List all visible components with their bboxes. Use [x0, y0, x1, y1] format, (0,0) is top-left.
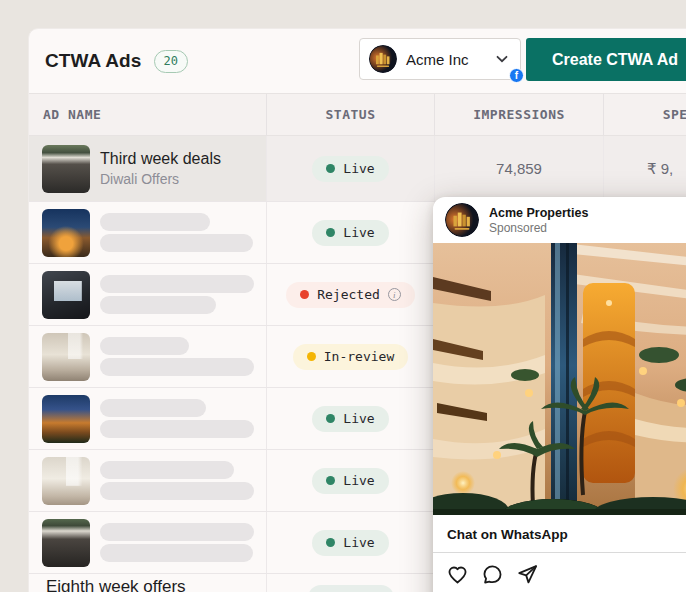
skeleton-bar [100, 544, 253, 562]
status-dot-icon [307, 352, 316, 361]
advertiser-avatar [445, 203, 479, 237]
ads-count-badge: 20 [154, 50, 188, 73]
create-ctwa-ad-button[interactable]: Create CTWA Ad [526, 38, 686, 81]
ad-thumbnail [42, 457, 90, 505]
ad-name-cell: Third week dealsDiwali Offers [29, 136, 266, 201]
column-header-ad-name: AD NAME [29, 94, 266, 135]
impressions-cell: 74,859 [434, 136, 603, 201]
ad-name-block [100, 523, 254, 562]
spend-cell: ₹ 9, [603, 136, 686, 201]
status-label: Live [343, 411, 374, 426]
skeleton-bar [100, 523, 254, 541]
ad-thumbnail [42, 271, 90, 319]
status-dot-icon [326, 538, 335, 547]
table-row[interactable]: Third week dealsDiwali OffersLive74,859₹… [29, 136, 686, 202]
status-cell: Live [266, 202, 434, 263]
status-label: Rejected [317, 287, 380, 302]
advertiser-name: Acme Properties [489, 206, 588, 220]
ad-name-cell [29, 264, 266, 325]
status-dot-icon [300, 290, 309, 299]
skeleton-bar [100, 296, 216, 314]
ad-name-block [100, 337, 254, 376]
status-dot-icon [326, 228, 335, 237]
preview-header: Acme Properties Sponsored [433, 197, 686, 243]
skeleton-bar [100, 213, 210, 231]
like-heart-icon[interactable] [446, 563, 469, 586]
skeleton-bar [100, 482, 254, 500]
ad-name: Third week deals [100, 150, 221, 168]
status-cell: Live [266, 450, 434, 511]
status-cell: Rejectedi [266, 264, 434, 325]
panel-header: CTWA Ads 20 [29, 29, 686, 93]
ad-name-cell: Eighth week offers [29, 574, 266, 592]
status-badge: Live [312, 156, 388, 182]
status-cell: Live [266, 136, 434, 201]
status-badge: Live [312, 530, 388, 556]
skeleton-bar [100, 275, 254, 293]
ad-name-cell [29, 512, 266, 573]
skeleton-bar [100, 399, 206, 417]
status-dot-icon [326, 414, 335, 423]
ad-name-cell [29, 450, 266, 511]
ad-name-cell [29, 388, 266, 449]
ad-thumbnail [42, 209, 90, 257]
ad-preview-card: Acme Properties Sponsored [433, 197, 686, 592]
ad-thumbnail [42, 333, 90, 381]
status-cell: In-review [266, 326, 434, 387]
status-badge: Live [312, 220, 388, 246]
spend-value: ₹ 9, [647, 160, 673, 178]
status-dot-icon [326, 164, 335, 173]
skeleton-bar [100, 420, 254, 438]
ad-name-block [100, 275, 254, 314]
comment-icon[interactable] [481, 563, 504, 586]
ad-name-cell [29, 202, 266, 263]
sponsored-label: Sponsored [489, 221, 588, 235]
account-selector[interactable]: f Acme Inc [359, 38, 521, 80]
status-dot-icon [326, 476, 335, 485]
column-header-spend: SPEND [603, 94, 686, 135]
ad-name-block [100, 213, 253, 252]
skeleton-bar [100, 337, 189, 355]
share-icon[interactable] [516, 563, 539, 586]
account-avatar [369, 45, 397, 73]
status-cell [266, 574, 434, 592]
ad-subtitle: Diwali Offers [100, 171, 221, 187]
preview-advertiser-block: Acme Properties Sponsored [489, 206, 588, 235]
status-label: Live [343, 225, 374, 240]
column-header-status: STATUS [266, 94, 434, 135]
ad-creative-photo [433, 243, 686, 515]
title-row: CTWA Ads 20 [45, 29, 188, 93]
preview-action-row [433, 553, 686, 592]
ad-thumbnail [42, 395, 90, 443]
status-badge [308, 585, 394, 592]
ad-name-cell [29, 326, 266, 387]
skeleton-bar [100, 358, 254, 376]
status-badge: Live [312, 406, 388, 432]
status-cell: Live [266, 388, 434, 449]
ad-name-block: Third week dealsDiwali Offers [100, 150, 221, 187]
status-label: Live [343, 535, 374, 550]
skeleton-bar [100, 234, 253, 252]
page-title: CTWA Ads [45, 50, 142, 72]
ad-name-block [100, 399, 254, 438]
facebook-badge-icon: f [509, 68, 524, 83]
status-badge: Live [312, 468, 388, 494]
column-header-impressions: IMPRESSIONS [434, 94, 603, 135]
chevron-down-icon [496, 55, 508, 63]
status-label: Live [343, 473, 374, 488]
status-badge: In-review [293, 344, 408, 370]
impressions-value: 74,859 [496, 160, 542, 177]
status-badge: Rejectedi [286, 282, 415, 308]
ad-thumbnail [42, 519, 90, 567]
chat-on-whatsapp-cta[interactable]: Chat on WhatsApp [433, 515, 686, 552]
acme-logo-icon [369, 45, 397, 73]
table-header-row: AD NAME STATUS IMPRESSIONS SPEND [29, 93, 686, 136]
account-name: Acme Inc [406, 51, 469, 68]
status-cell: Live [266, 512, 434, 573]
ad-thumbnail [42, 145, 90, 193]
ad-name-block [100, 461, 254, 500]
skeleton-bar [100, 461, 234, 479]
status-label: In-review [324, 349, 394, 364]
ad-name: Eighth week offers [46, 577, 186, 592]
info-icon[interactable]: i [388, 288, 401, 301]
